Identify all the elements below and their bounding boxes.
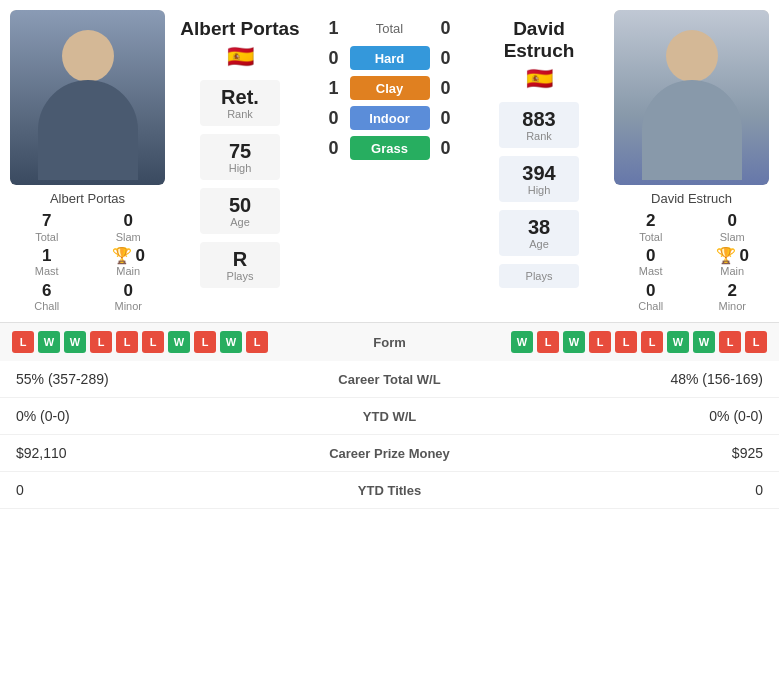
- trophy-icon-left: 🏆: [112, 247, 132, 265]
- form-badge-left-1: W: [38, 331, 60, 353]
- clay-score-right: 0: [430, 78, 462, 99]
- indoor-score-right: 0: [430, 108, 462, 129]
- form-badge-right-7: W: [693, 331, 715, 353]
- form-badge-left-7: L: [194, 331, 216, 353]
- form-label: Form: [350, 335, 430, 350]
- form-badge-right-6: W: [667, 331, 689, 353]
- stats-rows: 55% (357-289)Career Total W/L48% (156-16…: [0, 361, 779, 509]
- form-badge-left-5: L: [142, 331, 164, 353]
- form-badge-right-2: W: [563, 331, 585, 353]
- total-score-right: 0: [430, 18, 462, 39]
- player-info-right: David Estruch 🇪🇸 883 Rank 394 High 38 Ag…: [474, 10, 604, 312]
- stat-total-left: 7 Total: [10, 212, 84, 243]
- age-box-left: 50 Age: [200, 188, 280, 234]
- high-box-right: 394 High: [499, 156, 579, 202]
- trophy-icon-right: 🏆: [716, 247, 736, 265]
- stat-row-center-2: Career Prize Money: [290, 446, 490, 461]
- form-badge-right-0: W: [511, 331, 533, 353]
- form-section: LWWLLLWLWL Form WLWLLLWWLL: [0, 322, 779, 361]
- clay-badge: Clay: [350, 76, 430, 100]
- player-left-photo: [10, 10, 165, 185]
- player-right-name-below: David Estruch: [651, 191, 732, 206]
- stat-row-center-3: YTD Titles: [290, 483, 490, 498]
- player-left-name-below: Albert Portas: [50, 191, 125, 206]
- stat-slam-left: 0 Slam: [92, 212, 166, 243]
- players-section: Albert Portas 7 Total 0 Slam 1 Mast 🏆: [0, 0, 779, 322]
- form-badge-left-0: L: [12, 331, 34, 353]
- main-container: Albert Portas 7 Total 0 Slam 1 Mast 🏆: [0, 0, 779, 699]
- stat-total-right: 2 Total: [614, 212, 688, 243]
- stat-row-left-0: 55% (357-289): [16, 371, 290, 387]
- indoor-badge: Indoor: [350, 106, 430, 130]
- hard-badge: Hard: [350, 46, 430, 70]
- plays-box-right: Plays: [499, 264, 579, 288]
- hard-score-right: 0: [430, 48, 462, 69]
- grass-score-right: 0: [430, 138, 462, 159]
- player-left: Albert Portas 7 Total 0 Slam 1 Mast 🏆: [0, 10, 175, 312]
- form-badges-right: WLWLLLWWLL: [438, 331, 768, 353]
- match-center: 1 Total 0 0 Hard 0 1 Clay 0 0 Indoor 0 0: [305, 10, 474, 312]
- stat-chall-left: 6 Chall: [10, 282, 84, 313]
- stat-chall-right: 0 Chall: [614, 282, 688, 313]
- form-badge-left-9: L: [246, 331, 268, 353]
- form-badge-right-1: L: [537, 331, 559, 353]
- rank-box-left: Ret. Rank: [200, 80, 280, 126]
- rank-box-right: 883 Rank: [499, 102, 579, 148]
- clay-score-left: 1: [318, 78, 350, 99]
- grass-score-left: 0: [318, 138, 350, 159]
- stat-row-1: 0% (0-0)YTD W/L0% (0-0): [0, 398, 779, 435]
- player-info-left: Albert Portas 🇪🇸 Ret. Rank 75 High 50 Ag…: [175, 10, 305, 312]
- stat-row-right-2: $925: [490, 445, 764, 461]
- total-score-left: 1: [318, 18, 350, 39]
- player-left-title: Albert Portas: [180, 18, 299, 40]
- stat-row-3: 0YTD Titles0: [0, 472, 779, 509]
- form-badge-left-2: W: [64, 331, 86, 353]
- form-badge-left-3: L: [90, 331, 112, 353]
- stat-main-left: 🏆 0 Main: [92, 247, 166, 278]
- player-left-flag: 🇪🇸: [227, 44, 254, 70]
- player-left-stats: 7 Total 0 Slam 1 Mast 🏆 0 Main: [10, 212, 165, 312]
- form-badge-right-8: L: [719, 331, 741, 353]
- player-right-photo: [614, 10, 769, 185]
- stat-row-left-3: 0: [16, 482, 290, 498]
- player-right-flag: 🇪🇸: [526, 66, 553, 92]
- form-badges-left: LWWLLLWLWL: [12, 331, 342, 353]
- stat-minor-right: 2 Minor: [696, 282, 770, 313]
- high-box-left: 75 High: [200, 134, 280, 180]
- stat-slam-right: 0 Slam: [696, 212, 770, 243]
- stat-row-left-2: $92,110: [16, 445, 290, 461]
- form-badge-left-6: W: [168, 331, 190, 353]
- player-right-title: David Estruch: [478, 18, 600, 62]
- stat-main-right: 🏆 0 Main: [696, 247, 770, 278]
- form-badge-right-9: L: [745, 331, 767, 353]
- stat-row-0: 55% (357-289)Career Total W/L48% (156-16…: [0, 361, 779, 398]
- stat-row-right-1: 0% (0-0): [490, 408, 764, 424]
- stat-row-right-0: 48% (156-169): [490, 371, 764, 387]
- form-badge-left-4: L: [116, 331, 138, 353]
- surface-row-hard: 0 Hard 0: [309, 46, 470, 70]
- total-row: 1 Total 0: [309, 18, 470, 39]
- surface-row-indoor: 0 Indoor 0: [309, 106, 470, 130]
- stat-row-center-1: YTD W/L: [290, 409, 490, 424]
- form-badge-right-5: L: [641, 331, 663, 353]
- surface-row-grass: 0 Grass 0: [309, 136, 470, 160]
- hard-score-left: 0: [318, 48, 350, 69]
- form-badge-right-4: L: [615, 331, 637, 353]
- form-badge-left-8: W: [220, 331, 242, 353]
- stat-row-center-0: Career Total W/L: [290, 372, 490, 387]
- stat-row-2: $92,110Career Prize Money$925: [0, 435, 779, 472]
- stat-row-left-1: 0% (0-0): [16, 408, 290, 424]
- stat-minor-left: 0 Minor: [92, 282, 166, 313]
- age-box-right: 38 Age: [499, 210, 579, 256]
- stat-mast-right: 0 Mast: [614, 247, 688, 278]
- indoor-score-left: 0: [318, 108, 350, 129]
- stat-mast-left: 1 Mast: [10, 247, 84, 278]
- player-right: David Estruch 2 Total 0 Slam 0 Mast 🏆: [604, 10, 779, 312]
- surface-row-clay: 1 Clay 0: [309, 76, 470, 100]
- plays-box-left: R Plays: [200, 242, 280, 288]
- grass-badge: Grass: [350, 136, 430, 160]
- total-label: Total: [350, 21, 430, 36]
- form-badge-right-3: L: [589, 331, 611, 353]
- stat-row-right-3: 0: [490, 482, 764, 498]
- player-right-stats: 2 Total 0 Slam 0 Mast 🏆 0 Main: [614, 212, 769, 312]
